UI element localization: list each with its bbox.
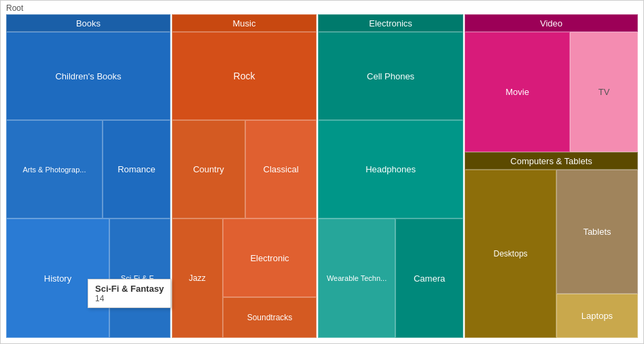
video-comp-header[interactable]: Computers & Tablets <box>465 152 638 170</box>
video-tv-cell[interactable]: TV <box>570 32 638 152</box>
music-bottom-row: Jazz Electronic Soundtracks <box>172 218 317 338</box>
books-bottom-row: History Sci-Fi & F... <box>6 218 171 338</box>
electronics-header[interactable]: Electronics <box>318 14 463 32</box>
music-right-col: Electronic Soundtracks <box>223 218 317 338</box>
root-container: Root Books Children's Books Arts & Photo… <box>0 0 644 344</box>
treemap: Books Children's Books Arts & Photograp.… <box>6 14 638 338</box>
music-header[interactable]: Music <box>172 14 317 32</box>
col-electronics: Electronics Cell Phones Headphones Weara… <box>318 14 463 338</box>
music-country-cell[interactable]: Country <box>172 120 245 218</box>
video-tablets-cell[interactable]: Tablets <box>556 170 638 294</box>
music-classical-cell[interactable]: Classical <box>245 120 317 218</box>
video-comp-row: Desktops Tablets Laptops <box>465 170 638 338</box>
electronics-bottom-row: Wearable Techn... Camera <box>318 218 463 338</box>
col-books: Books Children's Books Arts & Photograp.… <box>6 14 171 338</box>
video-desktops-cell[interactable]: Desktops <box>465 170 556 338</box>
electronics-cellphones-cell[interactable]: Cell Phones <box>318 32 463 120</box>
video-right-col: Tablets Laptops <box>556 170 638 338</box>
video-top-row: Movie TV <box>465 32 638 152</box>
books-romance-cell[interactable]: Romance <box>103 120 171 218</box>
col-video: Video Movie TV Computers & Tablets Deskt… <box>465 14 638 338</box>
electronics-wearable-cell[interactable]: Wearable Techn... <box>318 218 395 338</box>
music-jazz-cell[interactable]: Jazz <box>172 218 223 338</box>
col-music: Music Rock Country Classical Jazz Electr… <box>172 14 317 338</box>
electronics-camera-cell[interactable]: Camera <box>395 218 463 338</box>
books-history-cell[interactable]: History <box>6 218 109 338</box>
books-childrens-cell[interactable]: Children's Books <box>6 32 171 120</box>
music-rock-cell[interactable]: Rock <box>172 32 317 120</box>
video-laptops-cell[interactable]: Laptops <box>556 294 638 338</box>
video-movie-cell[interactable]: Movie <box>465 32 570 152</box>
books-header[interactable]: Books <box>6 14 171 32</box>
music-mid-row: Country Classical <box>172 120 317 218</box>
root-label: Root <box>1 1 29 16</box>
music-electronic-cell[interactable]: Electronic <box>223 218 317 297</box>
electronics-headphones-cell[interactable]: Headphones <box>318 120 463 218</box>
video-header[interactable]: Video <box>465 14 638 32</box>
books-arts-cell[interactable]: Arts & Photograp... <box>6 120 103 218</box>
books-scifi-cell[interactable]: Sci-Fi & F... <box>109 218 171 338</box>
music-soundtracks-cell[interactable]: Soundtracks <box>223 297 317 338</box>
books-middle-row: Arts & Photograp... Romance <box>6 120 171 218</box>
